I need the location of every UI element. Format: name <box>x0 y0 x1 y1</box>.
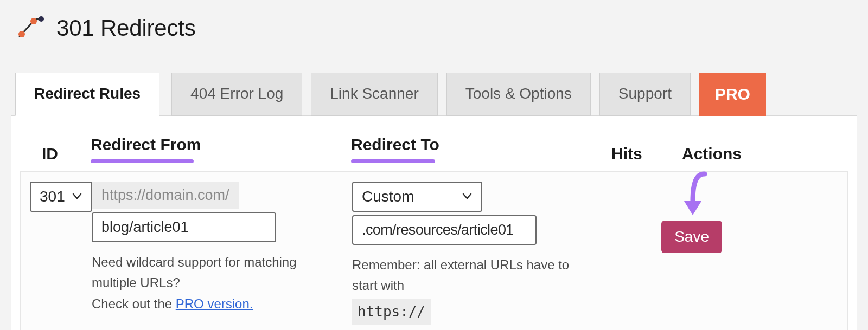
chevron-down-icon <box>462 188 473 205</box>
svg-point-0 <box>18 31 25 37</box>
tab-pro[interactable]: PRO <box>699 73 766 116</box>
svg-point-1 <box>30 18 37 24</box>
chevron-down-icon <box>72 188 82 205</box>
tab-link-scanner[interactable]: Link Scanner <box>311 73 437 116</box>
save-button[interactable]: Save <box>661 221 722 253</box>
from-hint-line1: Need wildcard support for matching multi… <box>92 255 297 290</box>
redirect-to-path-input[interactable] <box>352 215 537 245</box>
to-hint-line1: Remember: all external URLs have to star… <box>352 257 569 293</box>
annotation-arrow-icon <box>680 170 712 226</box>
cell-redirect-from: https://domain.com/ Need wildcard suppor… <box>92 182 352 325</box>
redirect-from-path-input[interactable] <box>92 212 276 242</box>
col-header-hits: Hits <box>611 145 682 163</box>
col-header-redirect-from: Redirect From <box>91 135 351 154</box>
table-row: 301 https://domain.com/ Need wildcard su… <box>20 171 848 330</box>
redirect-to-type-value: Custom <box>362 188 414 205</box>
redirect-to-hint: Remember: all external URLs have to star… <box>352 255 596 325</box>
redirect-icon <box>17 16 44 41</box>
from-hint-line2-prefix: Check out the <box>92 296 176 311</box>
https-code-chip: https:// <box>352 299 431 326</box>
col-header-actions: Actions <box>682 145 780 163</box>
redirect-from-hint: Need wildcard support for matching multi… <box>92 252 336 314</box>
tab-404-error-log[interactable]: 404 Error Log <box>171 73 302 116</box>
redirect-code-value: 301 <box>40 188 65 205</box>
page-header: 301 Redirects <box>11 15 857 41</box>
highlight-underline-to <box>351 159 435 163</box>
domain-prefix-display: https://domain.com/ <box>92 182 239 209</box>
svg-point-2 <box>39 16 44 22</box>
tab-tools-options[interactable]: Tools & Options <box>446 73 591 116</box>
col-header-id: ID <box>42 145 91 163</box>
cell-hits <box>612 182 683 325</box>
highlight-underline-from <box>91 159 194 163</box>
cell-id: 301 <box>27 182 92 325</box>
tab-redirect-rules[interactable]: Redirect Rules <box>15 73 159 116</box>
rules-panel: ID Redirect From Redirect To Hits Action… <box>11 115 857 330</box>
page-title: 301 Redirects <box>56 15 196 41</box>
redirect-to-type-select[interactable]: Custom <box>352 182 482 212</box>
redirect-code-select[interactable]: 301 <box>30 182 92 212</box>
table-header-row: ID Redirect From Redirect To Hits Action… <box>20 126 848 171</box>
pro-version-link[interactable]: PRO version. <box>176 296 253 311</box>
col-header-redirect-to: Redirect To <box>351 135 611 154</box>
tabs-bar: Redirect Rules 404 Error Log Link Scanne… <box>11 73 857 116</box>
tab-support[interactable]: Support <box>599 73 691 116</box>
cell-redirect-to: Custom Remember: all external URLs have … <box>352 182 612 325</box>
